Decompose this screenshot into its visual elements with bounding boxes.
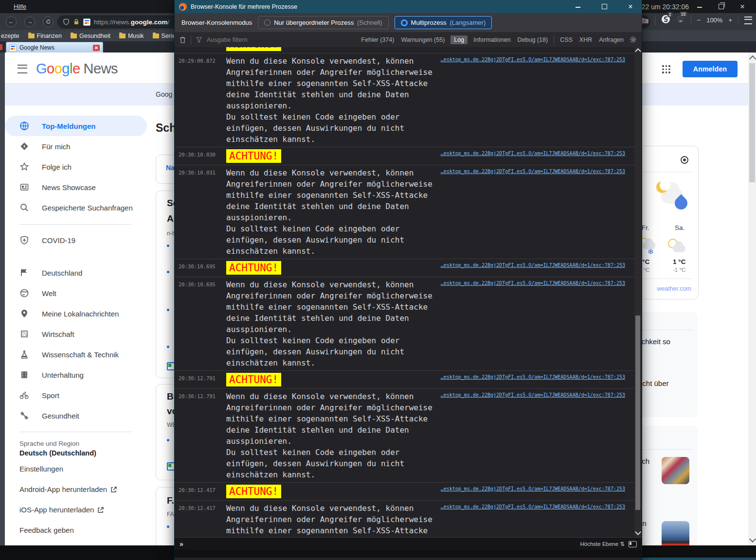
titlebar-clock: 22 um 20:32:06 [642,3,689,11]
extension-s-icon[interactable]: 2 [661,15,670,26]
globe-grid-icon [19,121,29,131]
sidebar-item-android-app[interactable]: Android-App herunterladen [19,485,117,493]
window-close-button[interactable]: × [732,2,753,12]
language-region-value[interactable]: Deutsch (Deutschland) [19,449,96,457]
sidebar-item-einstellungen[interactable]: Einstellungen [19,465,63,473]
sidebar-item-deutschland[interactable]: Deutschland [5,262,147,283]
card-tab-label[interactable]: Na [166,164,175,172]
site-favicon [83,18,90,26]
sidebar-item-fuer-mich[interactable]: Für mich [5,136,147,157]
bookmark-folder[interactable]: Gesundheit [71,33,110,39]
sidebar-item-sport[interactable]: Sport [5,385,147,405]
filter-xhr[interactable]: XHR [578,35,593,44]
console-titlebar: Browser-Konsole für mehrere Prozesse × [175,0,642,13]
radio-checked-icon [401,19,408,26]
console-prompt[interactable]: » [180,540,183,548]
sidebar-item-feedback[interactable]: Feedback geben [19,526,74,534]
page-scrollbar[interactable] [748,52,756,545]
console-scroll-up-arrow[interactable] [635,48,641,54]
menu-hilfe[interactable]: Hilfe [14,3,26,10]
article-thumbnail[interactable] [662,457,689,484]
console-minimize-button[interactable] [567,3,589,11]
scroll-down-arrow[interactable] [749,536,756,542]
sidebar-item-news-showcase[interactable]: News Showcase [5,177,147,197]
log-timestamp: 20:30:12.791 [179,391,226,480]
sidebar-item-gespeicherte-suchanfragen[interactable]: Gespeicherte Suchanfragen [5,197,147,218]
sidebar-item-wirtschaft[interactable]: Wirtschaft [5,324,147,344]
log-entry-warning-body: 20:30:12.791Wenn du diese Konsole verwen… [175,389,642,483]
settings-gear-icon[interactable] [630,36,637,43]
log-message: Wenn du diese Konsole verwendest, können… [226,167,624,257]
partial-tab-close[interactable] [0,44,2,50]
bookmark-folder[interactable]: Musik [119,33,144,39]
sidebar-item-wissenschaft[interactable]: Wissenschaft & Technik [5,344,147,365]
log-message: Wenn du diese Konsole verwendest, können… [226,279,624,368]
google-news-logo[interactable]: GoogleNews [36,61,118,77]
console-close-button[interactable]: × [619,2,642,11]
log-source-link[interactable]: …esktop_ms.de.22Bgj2DTgFI.es5.O/am=IL7JW… [441,151,625,156]
sidebar-item-top-meldungen[interactable]: Top-Meldungen [5,116,147,136]
window-minimize-button[interactable] [689,2,710,11]
zoom-level[interactable]: 100% [706,17,722,24]
sign-in-button[interactable]: Anmelden [683,61,738,77]
hamburger-menu-icon[interactable] [744,17,752,24]
log-source-link[interactable]: …esktop_ms.de.22Bgj2DTgFI.es5.O/am=IL7JW… [441,486,625,491]
sidebar-item-welt[interactable]: Welt [5,283,147,303]
filter-informationen[interactable]: Informationen [472,35,511,44]
split-console-icon[interactable] [629,541,637,547]
folder-icon [71,34,77,38]
filter-debug[interactable]: Debug (18) [517,35,549,44]
reload-button[interactable] [43,17,54,27]
log-source-link[interactable]: …esktop_ms.de.22Bgj2DTgFI.es5.O/am=IL7JW… [441,374,625,380]
weather-com-link[interactable]: weather.com [657,285,691,292]
apps-grid-icon[interactable] [662,65,670,73]
scrollbar-thumb[interactable] [749,63,755,182]
log-source-link[interactable]: …esktop_ms.de.22Bgj2DTgFI.es5.O/am=IL7JW… [441,504,625,509]
zoom-in-button[interactable]: + [728,17,732,24]
weather-widget: Fr. Sa. ❄ 2 °C -1 °C 1 °C -1 °C weather.… [635,146,699,299]
filter-fehler[interactable]: Fehler (374) [360,35,395,44]
clear-output-icon[interactable] [180,36,186,43]
filter-anfragen[interactable]: Anfragen [598,35,625,44]
bookmark-folder[interactable]: Finanzen [28,33,62,39]
log-source-link[interactable]: …esktop_ms.de.22Bgj2DTgFI.es5.O/am=IL7JW… [441,262,625,268]
screen: Hilfe 22 um 20:32:06 × ← → https://news.… [0,0,756,560]
menu-hamburger-icon[interactable] [18,65,27,73]
mode-option-parent-process[interactable]: Nur übergeordneter Prozess (Schnell) [258,16,388,29]
console-scrollbar-thumb[interactable] [635,315,640,510]
filter-log[interactable]: Log [450,35,468,44]
divider [640,172,693,172]
log-source-link[interactable]: …esktop_ms.de.22Bgj2DTgFI.es5.O/am=IL7JW… [441,280,625,286]
article-title-fragment[interactable]: lichkeit so [638,337,670,346]
sidebar-item-unterhaltung[interactable]: Unterhaltung [5,365,147,385]
console-scroll-down-arrow[interactable] [635,529,641,535]
sidebar-item-folge-ich[interactable]: Folge ich [5,157,147,177]
forward-button[interactable]: → [24,17,35,27]
sidebar-item-gesundheit[interactable]: Gesundheit [5,405,147,426]
sidebar-item-covid-19[interactable]: COVID-19 [5,230,147,250]
log-source-link[interactable]: …esktop_ms.de.22Bgj2DTgFI.es5.O/am=IL7JW… [441,169,625,174]
scroll-up-arrow[interactable] [749,55,756,62]
ublock-icon[interactable]: ub 15 [676,15,685,26]
tab-close-button[interactable]: ✕ [93,45,100,51]
evaluation-context-selector[interactable]: Höchste Ebene ⇅ [580,541,625,547]
filter-warnungen[interactable]: Warnungen (55) [400,35,446,44]
zoom-out-button[interactable]: − [697,17,701,24]
console-maximize-button[interactable] [593,3,615,11]
location-target-icon[interactable] [681,156,688,164]
back-button[interactable]: ← [6,17,17,27]
sidebar-item-lokalnachrichten[interactable]: Meine Lokalnachrichten [5,303,147,324]
console-scrollbar[interactable] [634,47,641,537]
bookmark-folder[interactable]: ezepte [1,33,19,39]
log-source-link[interactable]: …esktop_ms.de.22Bgj2DTgFI.es5.O/am=IL7JW… [441,57,625,62]
article-title-fragment[interactable]: richt über [638,379,669,387]
article-thumbnail[interactable] [662,521,689,548]
right-article-card [635,312,698,417]
filter-input[interactable]: Ausgabe filtern [207,36,247,43]
log-source-link[interactable]: …esktop_ms.de.22Bgj2DTgFI.es5.O/am=IL7JW… [441,392,625,398]
filter-css[interactable]: CSS [559,35,574,44]
tab-google-news[interactable]: Google News ✕ [6,42,103,53]
sidebar-item-ios-app[interactable]: iOS-App herunterladen [19,506,104,514]
mode-option-multiprocess[interactable]: Multiprozess (Langsamer) [395,16,492,29]
window-restore-button[interactable] [710,2,732,11]
